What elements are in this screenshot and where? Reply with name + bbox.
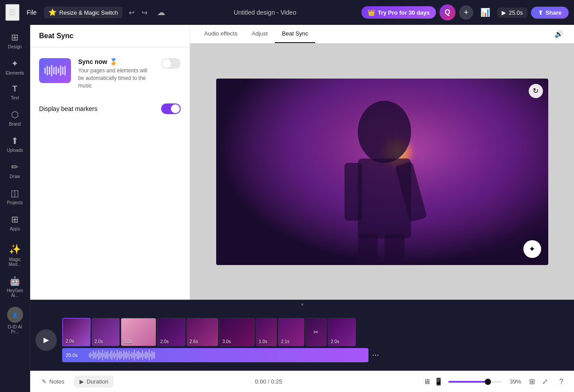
menu-button[interactable]: ☰: [5, 4, 20, 21]
video-clip-4[interactable]: 2.0s: [157, 318, 186, 346]
grid-view-button[interactable]: ⊞: [526, 376, 538, 388]
tab-audio-effects[interactable]: Audio effects: [197, 25, 245, 43]
redo-button[interactable]: ↪: [139, 7, 150, 19]
mobile-icon[interactable]: 📱: [434, 377, 443, 386]
video-clip-9[interactable]: ✂: [305, 318, 327, 346]
tab-beat-sync[interactable]: Beat Sync: [275, 25, 315, 43]
timeline-play-button[interactable]: ▶: [36, 329, 57, 351]
display-markers-toggle[interactable]: [161, 103, 181, 114]
sidebar-item-text[interactable]: T Text: [2, 81, 28, 104]
help-icon[interactable]: ?: [556, 376, 567, 388]
desktop-icon[interactable]: 🖥: [424, 378, 431, 386]
clip-duration-5: 2.6s: [190, 339, 198, 344]
video-clip-7[interactable]: 1.0s: [256, 318, 277, 346]
share-button[interactable]: ⬆ Share: [531, 7, 569, 19]
video-clip-8[interactable]: 2.1s: [278, 318, 305, 346]
video-clip-1[interactable]: 2.0s: [62, 318, 91, 346]
video-clip-6[interactable]: 3.0s: [219, 318, 255, 346]
audio-waveform-bar: [153, 352, 154, 358]
bottom-bar: ✎ Notes ▶ Duration 0:00 / 0:25 🖥 📱: [30, 371, 574, 392]
audio-waveform-bar: [130, 354, 131, 356]
clip-duration-1: 2.0s: [66, 339, 74, 344]
waveform-bar: [55, 66, 57, 75]
avatar[interactable]: Q: [439, 4, 455, 20]
sidebar-label-magic-media: Magic Med...: [4, 257, 27, 267]
sidebar-item-design[interactable]: ⊞ Design: [2, 28, 28, 53]
zoom-fill: [448, 381, 486, 383]
audio-waveform-bar: [110, 352, 111, 359]
audio-waveform-bar: [91, 354, 92, 356]
audio-waveform-bar: [113, 353, 114, 357]
did-avatar: 👤: [7, 307, 23, 323]
video-clip-2[interactable]: 2.0s: [91, 318, 120, 346]
magic-switch-button[interactable]: ⭐ Resize & Magic Switch: [44, 7, 123, 18]
tab-adjust[interactable]: Adjust: [245, 25, 275, 43]
file-button[interactable]: File: [23, 7, 40, 18]
sidebar-label-did: D-ID AI Pr...: [4, 325, 27, 334]
zoom-track[interactable]: [448, 381, 502, 383]
panel-title: Beat Sync: [30, 25, 190, 48]
waveform-bar: [58, 68, 59, 73]
analytics-icon[interactable]: 📊: [477, 6, 494, 19]
star-icon: ⭐: [48, 8, 57, 16]
try-pro-button[interactable]: 👑 Try Pro for 30 days: [361, 6, 436, 19]
audio-waveform-bar: [117, 350, 118, 360]
sidebar-item-heygen[interactable]: 🤖 HeyGen Ai...: [2, 272, 28, 301]
clip-duration-10: 2.0s: [331, 339, 339, 344]
play-time-button[interactable]: ▶ 25.0s: [497, 8, 527, 18]
audio-waveform-bar: [126, 351, 127, 359]
timeline-tracks: ▶ 2.0s 2.0s: [30, 309, 574, 371]
content-area: Beat Sync: [30, 25, 574, 392]
sidebar-item-magic-media[interactable]: ✨ Magic Med...: [2, 240, 28, 270]
audio-waveform-bar: [138, 351, 139, 360]
sidebar-item-elements[interactable]: ✦ Elements: [2, 55, 28, 79]
audio-track[interactable]: 20.0s: [62, 348, 368, 362]
expand-button[interactable]: ⤢: [539, 376, 550, 388]
sidebar-item-brand[interactable]: ⬡ Brand: [2, 106, 28, 130]
sidebar-item-projects[interactable]: ◫ Projects: [2, 184, 28, 209]
audio-waveform-bar: [118, 352, 119, 358]
audio-waveform-bar: [146, 351, 147, 359]
undo-button[interactable]: ↩: [126, 7, 137, 19]
sidebar-item-uploads[interactable]: ⬆ Uploads: [2, 132, 28, 156]
waveform-bar: [64, 66, 66, 75]
video-clip-5[interactable]: 2.6s: [186, 318, 218, 346]
audio-waveform-bar: [151, 351, 152, 360]
add-button[interactable]: +: [459, 5, 473, 20]
audio-waveform-bar: [111, 350, 112, 360]
video-frame: ↻ ✦: [216, 79, 548, 265]
audio-more-button[interactable]: ⋯: [368, 349, 383, 361]
audio-waveform-bar: [122, 353, 123, 357]
sync-now-toggle[interactable]: [161, 58, 181, 69]
share-icon: ⬆: [538, 9, 543, 16]
projects-icon: ◫: [11, 188, 19, 198]
sidebar-label-design: Design: [8, 44, 22, 49]
sidebar-label-heygen: HeyGen Ai...: [4, 288, 27, 298]
clip-duration-3: 3.0s: [124, 339, 132, 344]
audio-waveform-bar: [93, 351, 94, 360]
sync-now-info: Sync now 🏅 Your pages and elements will …: [78, 58, 154, 89]
audio-waveform-bar: [121, 352, 122, 359]
video-clip-10[interactable]: 2.0s: [328, 318, 356, 346]
audio-waveform-bar: [102, 350, 103, 360]
refresh-button[interactable]: ↻: [529, 84, 543, 98]
volume-icon[interactable]: 🔊: [551, 26, 567, 42]
audio-waveform-bar: [139, 352, 140, 358]
collapse-bar[interactable]: ▾: [30, 300, 574, 309]
audio-waveform-bar: [150, 353, 151, 357]
zoom-percentage: 39%: [505, 378, 521, 385]
svg-point-0: [358, 101, 411, 163]
sidebar-item-did[interactable]: 👤 D-ID AI Pr...: [2, 303, 28, 338]
zoom-thumb[interactable]: [485, 379, 491, 385]
sidebar-item-draw[interactable]: ✏ Draw: [2, 158, 28, 182]
cloud-icon[interactable]: ☁: [154, 6, 169, 19]
notes-button[interactable]: ✎ Notes: [37, 376, 69, 388]
main-layout: ⊞ Design ✦ Elements T Text ⬡ Brand ⬆ Upl…: [0, 25, 574, 392]
duration-button[interactable]: ▶ Duration: [74, 376, 114, 388]
audio-waveform-bar: [114, 351, 115, 359]
magic-button[interactable]: ✦: [523, 240, 541, 258]
waveform-bar: [51, 65, 52, 76]
video-clip-3[interactable]: 3.0s: [121, 318, 156, 346]
sidebar-item-apps[interactable]: ⊞ Apps: [2, 210, 28, 235]
play-icon: ▶: [502, 9, 506, 16]
